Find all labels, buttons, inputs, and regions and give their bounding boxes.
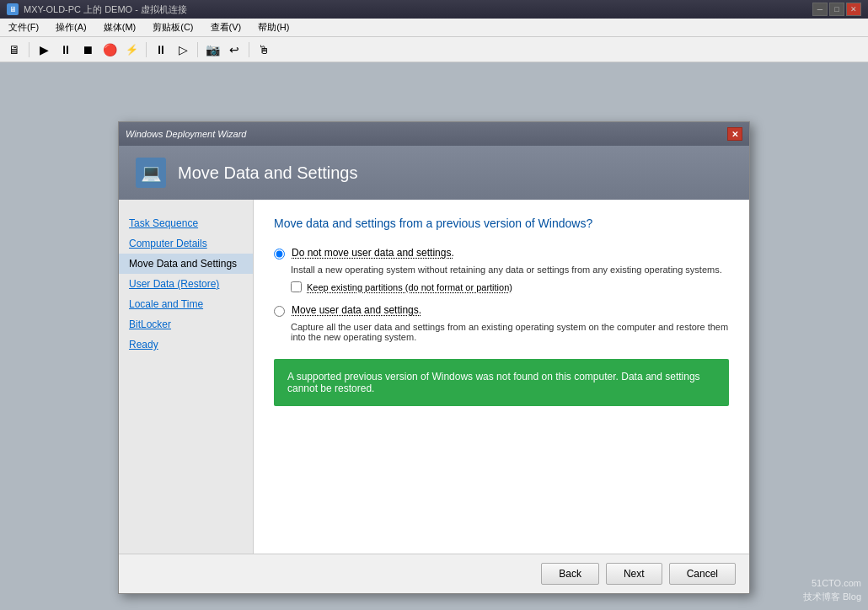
radio-option-1: Do not move user data and settings. (274, 247, 729, 260)
radio-no-move-desc: Install a new operating system without r… (291, 265, 729, 275)
menu-clipboard[interactable]: 剪贴板(C) (147, 19, 198, 35)
toolbar-snapshot[interactable]: 📷 (203, 40, 222, 59)
toolbar: 🖥 ▶ ⏸ ⏹ 🔴 ⚡ ⏸ ▷ 📷 ↩ 🖱 (0, 37, 868, 62)
menu-file[interactable]: 文件(F) (3, 19, 44, 35)
toolbar-separator-1 (29, 42, 29, 57)
toolbar-stop[interactable]: ⏹ (78, 40, 97, 59)
toolbar-separator-3 (197, 42, 198, 57)
toolbar-pause[interactable]: ⏸ (56, 40, 75, 59)
dialog-header-icon: 💻 (136, 158, 166, 188)
sidebar-item-locale-time[interactable]: Locale and Time (119, 294, 253, 314)
menu-bar: 文件(F) 操作(A) 媒体(M) 剪贴板(C) 查看(V) 帮助(H) (0, 19, 868, 37)
radio-option-2: Move user data and settings. (274, 304, 729, 317)
toolbar-revert[interactable]: ↩ (225, 40, 244, 59)
back-button[interactable]: Back (541, 563, 599, 585)
watermark-line2: 技术博客 Blog (803, 591, 861, 603)
wizard-content: Move data and settings from a previous v… (254, 200, 749, 554)
window-title: MXY-OLD-PC 上的 DEMO - 虚拟机连接 (24, 3, 187, 16)
toolbar-reset[interactable]: 🔴 (100, 40, 119, 59)
window-controls: ─ □ ✕ (812, 3, 861, 16)
dialog-header: 💻 Move Data and Settings (119, 146, 749, 200)
sidebar-item-bitlocker[interactable]: BitLocker (119, 314, 253, 334)
toolbar-separator-2 (146, 42, 147, 57)
dialog-title: Windows Deployment Wizard (126, 129, 246, 139)
menu-view[interactable]: 查看(V) (206, 19, 247, 35)
restore-button[interactable]: □ (829, 3, 844, 16)
next-button[interactable]: Next (606, 563, 662, 585)
menu-media[interactable]: 媒体(M) (99, 19, 142, 35)
info-message: A supported previous version of Windows … (274, 359, 729, 406)
dialog-header-title: Move Data and Settings (178, 163, 357, 183)
sidebar-item-move-data[interactable]: Move Data and Settings (119, 254, 253, 274)
cancel-button[interactable]: Cancel (669, 563, 736, 585)
toolbar-icon-0[interactable]: 🖥 (5, 40, 24, 59)
toolbar-usb[interactable]: 🖱 (255, 40, 273, 59)
minimize-button[interactable]: ─ (812, 3, 828, 16)
sidebar-item-user-data[interactable]: User Data (Restore) (119, 274, 253, 294)
app-icon: 🖥 (7, 3, 19, 15)
dialog-footer: Back Next Cancel (119, 554, 749, 593)
sidebar-item-computer-details[interactable]: Computer Details (119, 233, 253, 254)
toolbar-play[interactable]: ▶ (35, 40, 53, 59)
radio-no-move[interactable] (274, 249, 285, 260)
watermark: 51CTO.com 技术博客 Blog (803, 577, 861, 603)
keep-partitions-row: Keep existing partitions (do not format … (291, 281, 729, 292)
keep-partitions-label[interactable]: Keep existing partitions (do not format … (307, 282, 512, 292)
keep-partitions-checkbox[interactable] (291, 281, 302, 292)
wizard-dialog: Windows Deployment Wizard ✕ 💻 Move Data … (118, 121, 750, 594)
toolbar-power[interactable]: ⚡ (122, 40, 141, 59)
toolbar-separator-4 (249, 42, 249, 57)
wizard-sidebar: Task Sequence Computer Details Move Data… (119, 200, 254, 554)
toolbar-resume[interactable]: ▷ (174, 40, 192, 59)
dialog-close-button[interactable]: ✕ (727, 127, 742, 141)
toolbar-pause2[interactable]: ⏸ (152, 40, 170, 59)
radio-move-label[interactable]: Move user data and settings. (292, 304, 421, 316)
title-bar: 🖥 MXY-OLD-PC 上的 DEMO - 虚拟机连接 ─ □ ✕ (0, 0, 868, 19)
sidebar-item-task-sequence[interactable]: Task Sequence (119, 213, 253, 233)
menu-action[interactable]: 操作(A) (51, 19, 92, 35)
watermark-line1: 51CTO.com (803, 577, 861, 590)
menu-help[interactable]: 帮助(H) (253, 19, 294, 35)
radio-move[interactable] (274, 306, 285, 317)
close-button[interactable]: ✕ (846, 3, 861, 16)
radio-no-move-label[interactable]: Do not move user data and settings. (292, 247, 454, 259)
sidebar-item-ready[interactable]: Ready (119, 334, 253, 355)
wizard-question: Move data and settings from a previous v… (274, 217, 729, 230)
radio-move-desc: Capture all the user data and settings f… (291, 322, 729, 342)
dialog-body: Task Sequence Computer Details Move Data… (119, 200, 749, 554)
dialog-title-bar: Windows Deployment Wizard ✕ (119, 122, 749, 146)
main-area: Windows Deployment Wizard ✕ 💻 Move Data … (0, 62, 868, 610)
